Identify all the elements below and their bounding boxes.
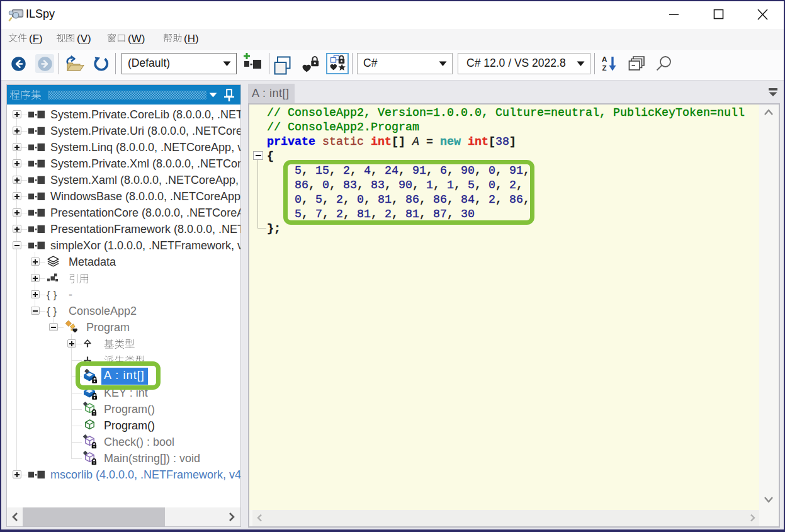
svg-text:A: A [602,55,607,63]
svg-text:{ }: { } [47,305,57,317]
svg-text:Z: Z [602,64,607,72]
svg-text:{ }: { } [47,289,57,300]
